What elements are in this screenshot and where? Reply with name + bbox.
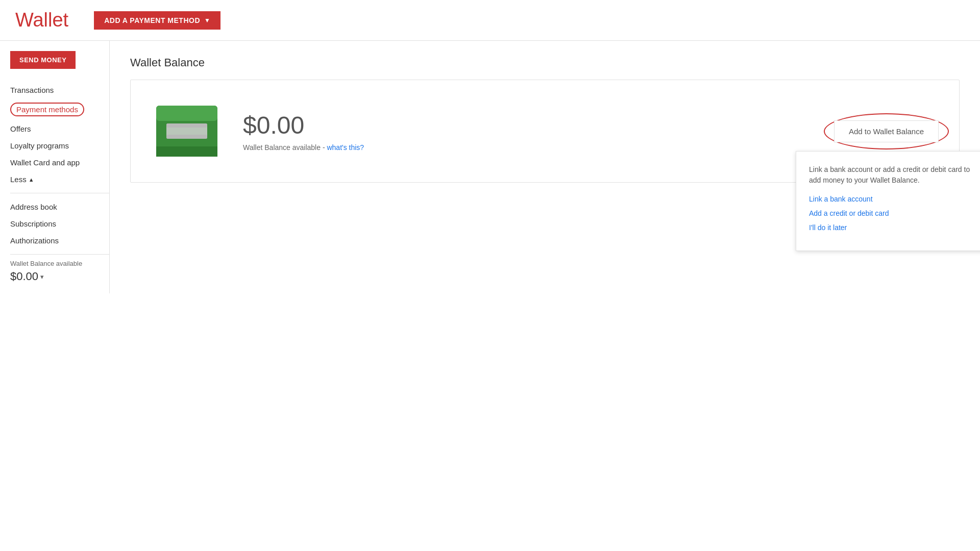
balance-info: $0.00 Wallet Balance available - what's … <box>243 111 814 152</box>
sidebar-divider-2 <box>10 254 109 255</box>
sidebar-balance-amount: $0.00 ▾ <box>10 270 109 283</box>
sidebar-item-less[interactable]: Less ▲ <box>10 171 109 188</box>
balance-chevron-icon[interactable]: ▾ <box>40 273 44 281</box>
balance-label: Wallet Balance available - what's this? <box>243 143 814 152</box>
add-credit-debit-card-link[interactable]: Add a credit or debit card <box>809 209 976 217</box>
sidebar-nav-secondary: Address book Subscriptions Authorization… <box>10 198 109 249</box>
add-wallet-dropdown: Link a bank account or add a credit or d… <box>796 151 980 251</box>
wallet-balance-card: $0.00 Wallet Balance available - what's … <box>130 80 960 183</box>
chevron-down-icon: ▼ <box>204 17 210 24</box>
balance-amount: $0.00 <box>243 111 814 139</box>
add-payment-method-button[interactable]: ADD A PAYMENT METHOD ▼ <box>94 11 220 30</box>
sidebar-item-address-book[interactable]: Address book <box>10 198 109 215</box>
sidebar-item-offers[interactable]: Offers <box>10 120 109 137</box>
page-title: Wallet Balance <box>130 56 960 69</box>
do-it-later-link[interactable]: I'll do it later <box>809 223 976 232</box>
add-wallet-btn-container: Add to Wallet Balance Link a bank accoun… <box>834 120 939 142</box>
sidebar-item-subscriptions[interactable]: Subscriptions <box>10 215 109 232</box>
svg-rect-3 <box>166 123 207 128</box>
send-money-button[interactable]: SEND MONEY <box>10 51 76 69</box>
link-bank-account-link[interactable]: Link a bank account <box>809 195 976 203</box>
whats-this-link[interactable]: what's this? <box>327 143 364 152</box>
sidebar-balance-label: Wallet Balance available <box>10 260 109 267</box>
add-to-wallet-balance-button[interactable]: Add to Wallet Balance <box>834 120 939 142</box>
main-content: Wallet Balance <box>110 41 980 293</box>
arrow-up-icon: ▲ <box>29 177 34 183</box>
sidebar-divider <box>10 193 109 193</box>
sidebar: SEND MONEY Transactions Payment methods … <box>0 41 110 293</box>
sidebar-item-loyalty-programs[interactable]: Loyalty programs <box>10 137 109 154</box>
main-layout: SEND MONEY Transactions Payment methods … <box>0 41 980 293</box>
sidebar-item-wallet-card[interactable]: Wallet Card and app <box>10 154 109 171</box>
sidebar-item-payment-methods[interactable]: Payment methods <box>10 98 109 120</box>
svg-rect-6 <box>156 154 217 157</box>
sidebar-item-authorizations[interactable]: Authorizations <box>10 232 109 249</box>
svg-rect-1 <box>156 106 217 121</box>
sidebar-nav: Transactions Payment methods Offers Loya… <box>10 82 109 188</box>
sidebar-item-transactions[interactable]: Transactions <box>10 82 109 98</box>
header: Wallet ADD A PAYMENT METHOD ▼ <box>0 0 980 41</box>
app-title: Wallet <box>15 9 68 31</box>
svg-rect-4 <box>166 135 207 139</box>
wallet-icon <box>151 95 223 167</box>
dropdown-description: Link a bank account or add a credit or d… <box>809 164 976 186</box>
